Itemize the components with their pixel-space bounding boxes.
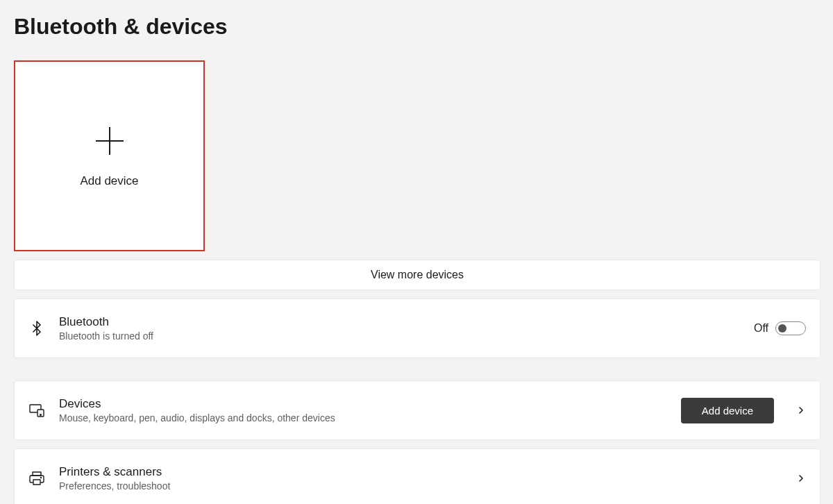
bluetooth-toggle-group: Off [754, 321, 806, 335]
view-more-label: View more devices [371, 269, 464, 281]
printers-subtitle: Preferences, troubleshoot [59, 480, 782, 492]
printers-title: Printers & scanners [59, 465, 782, 479]
bluetooth-subtitle: Bluetooth is turned off [59, 330, 740, 342]
bluetooth-toggle-state: Off [754, 322, 768, 335]
devices-title: Devices [59, 397, 667, 411]
add-device-tile[interactable]: Add device [14, 60, 205, 251]
printers-row[interactable]: Printers & scanners Preferences, trouble… [14, 448, 821, 504]
svg-point-15 [41, 478, 42, 478]
page-title: Bluetooth & devices [14, 14, 819, 40]
bluetooth-icon [28, 320, 45, 337]
svg-rect-13 [33, 472, 41, 476]
devices-subtitle: Mouse, keyboard, pen, audio, displays an… [59, 412, 667, 423]
plus-icon [93, 124, 126, 158]
devices-icon [28, 402, 45, 419]
svg-rect-14 [33, 480, 40, 485]
bluetooth-texts: Bluetooth Bluetooth is turned off [59, 315, 740, 342]
add-device-button[interactable]: Add device [681, 398, 774, 423]
add-device-tile-label: Add device [80, 174, 138, 188]
chevron-right-icon [796, 405, 806, 415]
chevron-right-icon [796, 473, 806, 483]
devices-row[interactable]: Devices Mouse, keyboard, pen, audio, dis… [14, 380, 821, 440]
bluetooth-toggle[interactable] [775, 321, 806, 335]
devices-texts: Devices Mouse, keyboard, pen, audio, dis… [59, 397, 667, 423]
svg-point-12 [40, 414, 42, 416]
printers-texts: Printers & scanners Preferences, trouble… [59, 465, 782, 492]
printer-icon [28, 470, 45, 487]
toggle-knob [778, 324, 786, 333]
bluetooth-row[interactable]: Bluetooth Bluetooth is turned off Off [14, 299, 821, 358]
view-more-devices-button[interactable]: View more devices [14, 260, 821, 290]
bluetooth-title: Bluetooth [59, 315, 740, 329]
